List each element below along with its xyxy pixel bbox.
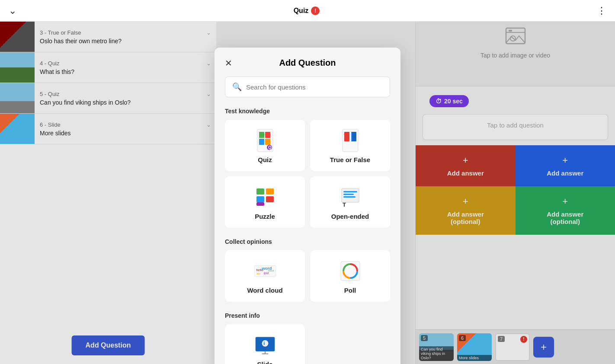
svg-rect-2 [265,132,270,138]
card-grid: Q Quiz True or False Puzzle [225,120,390,228]
search-bar[interactable]: 🔍 [225,77,390,97]
svg-text:quiz: quiz [263,271,269,275]
svg-rect-11 [256,188,264,195]
svg-text:Q: Q [268,145,272,150]
puzzle-icon [254,186,276,208]
top-bar: ⌄ Quiz ! ⋮ [0,0,615,22]
card-poll[interactable]: Poll [310,250,390,302]
card-word-cloud[interactable]: hello word cloud text quiz Word cloud [225,250,305,302]
open-ended-icon: T [339,186,362,208]
svg-rect-14 [266,196,274,202]
slide-label: Slide [257,361,273,364]
svg-rect-3 [259,139,264,145]
add-question-modal: ✕ Add Question 🔍 Test knowledge Q Quiz [215,48,400,364]
modal-overlay: ✕ Add Question 🔍 Test knowledge Q Quiz [0,22,615,364]
card-slide[interactable]: i Slide [225,324,305,364]
svg-rect-15 [256,202,264,206]
svg-rect-13 [256,196,264,202]
svg-rect-4 [265,139,270,145]
slide-icon: i [254,334,276,356]
more-options-icon: ⋮ [597,5,606,16]
card-open-ended[interactable]: T Open-ended [310,176,390,228]
svg-text:i: i [263,341,265,346]
quiz-error-badge: ! [311,6,320,15]
svg-rect-1 [259,132,264,138]
word-cloud-icon: hello word cloud text quiz [254,260,276,282]
quiz-title-area: Quiz ! [294,6,320,15]
modal-header: ✕ Add Question [225,58,390,68]
search-icon: 🔍 [232,82,242,92]
section-label: Collect opinions [225,238,390,245]
svg-point-30 [262,340,268,347]
open-ended-label: Open-ended [331,213,369,220]
svg-rect-16 [342,188,359,202]
poll-icon [339,260,362,282]
modal-close-button[interactable]: ✕ [225,58,232,68]
chevron-down-button[interactable]: ⌄ [9,5,16,16]
quiz-title: Quiz [294,7,309,15]
card-grid: i Slide [225,324,390,364]
modal-section: Present info i Slide [225,312,390,364]
true-or-false-icon [339,129,362,152]
svg-text:text: text [256,272,260,275]
svg-rect-18 [343,194,354,195]
modal-section: Collect opinions hello word cloud text q… [225,238,390,302]
svg-text:T: T [343,201,346,208]
svg-rect-8 [344,132,349,141]
word-cloud-label: Word cloud [247,287,282,294]
card-true-or-false[interactable]: True or False [310,120,390,171]
card-puzzle[interactable]: Puzzle [225,176,305,228]
chevron-down-icon: ⌄ [9,5,16,16]
svg-rect-12 [266,188,274,195]
puzzle-label: Puzzle [255,213,275,220]
svg-rect-10 [351,132,352,141]
true-or-false-label: True or False [330,156,370,163]
section-label: Present info [225,312,390,319]
card-grid: hello word cloud text quiz Word cloud Po… [225,250,390,302]
modal-section: Test knowledge Q Quiz True or False [225,108,390,228]
card-quiz[interactable]: Q Quiz [225,120,305,171]
search-input[interactable] [246,83,383,91]
quiz-icon: Q [254,129,276,152]
quiz-label: Quiz [258,156,272,163]
more-options-button[interactable]: ⋮ [597,5,606,16]
svg-rect-19 [343,196,356,198]
poll-label: Poll [344,287,356,294]
modal-sections: Test knowledge Q Quiz True or False [225,108,390,364]
svg-rect-17 [343,191,357,192]
section-label: Test knowledge [225,108,390,115]
modal-title: Add Question [279,58,336,68]
